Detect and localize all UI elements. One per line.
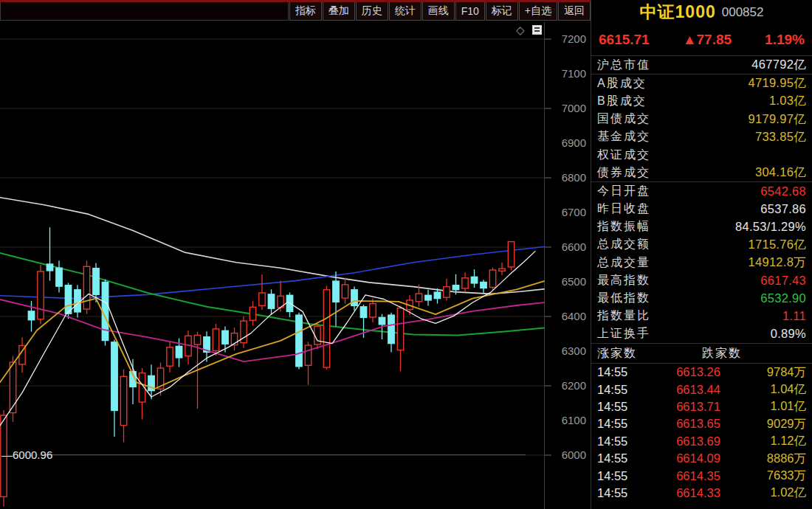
stat-row: 上证换手0.89%: [591, 325, 812, 344]
toolbar-button-历史[interactable]: 历史: [356, 2, 388, 21]
tick-time: 14:55: [597, 365, 643, 379]
stat-row: 指数量比1.11: [591, 308, 812, 325]
tick-price: 6614.09: [643, 451, 754, 465]
stat-label: B股成交: [597, 94, 647, 109]
stat-row: 指数振幅84.53/1.29%: [591, 218, 812, 236]
stat-value: 6537.86: [760, 202, 806, 216]
stat-label: 权证成交: [597, 148, 650, 163]
candle-down: [75, 290, 80, 312]
candle-down: [453, 285, 458, 290]
candle-down: [425, 295, 431, 300]
diamond-icon[interactable]: ◇: [516, 24, 525, 35]
stat-value: 6532.90: [760, 291, 806, 305]
stat-label: 总成交额: [597, 237, 650, 252]
stat-value: 304.16亿: [755, 165, 806, 181]
stat-row: 基金成交733.85亿: [591, 128, 812, 146]
tick-price: 6613.71: [643, 400, 754, 414]
reference-line-label: —6000.96: [1, 449, 52, 461]
candle-down: [296, 315, 302, 367]
y-axis-label: 6400: [562, 310, 586, 322]
tick-row[interactable]: 14:556613.659029万: [591, 415, 812, 432]
toolbar-button-返回[interactable]: 返回: [558, 2, 591, 21]
tick-row[interactable]: 14:556614.331.02亿: [591, 485, 812, 502]
stat-value: 14912.8万: [748, 254, 806, 271]
stat-row: 债券成交304.16亿: [591, 164, 812, 182]
candle-down: [351, 290, 357, 306]
stat-row: 总成交额1715.76亿: [591, 236, 812, 254]
y-axis-label: 6600: [562, 240, 586, 253]
tick-time: 14:55: [597, 451, 643, 465]
y-axis-label: 6000: [562, 449, 586, 461]
y-axis-label: 6800: [562, 171, 586, 184]
candle-up: [194, 335, 200, 344]
tick-vol: 1.01亿: [754, 398, 806, 415]
tick-time: 14:55: [597, 434, 643, 449]
candle-up: [10, 362, 16, 413]
tick-time: 14:55: [597, 400, 643, 414]
stat-label: 债券成交: [597, 165, 650, 181]
stats-list: 沪总市值467792亿A股成交4719.95亿B股成交1.03亿国债成交9179…: [591, 56, 812, 344]
tick-vol: 8886万: [754, 451, 806, 467]
toolbar-button-指标[interactable]: 指标: [289, 2, 322, 21]
tick-row[interactable]: 14:556614.357633万: [591, 467, 812, 484]
tick-row[interactable]: 14:556613.711.01亿: [591, 398, 812, 415]
stat-row: 权证成交: [591, 146, 812, 164]
candle-down: [379, 317, 385, 324]
tick-row[interactable]: 14:556613.691.12亿: [591, 433, 812, 450]
tick-row[interactable]: 14:556613.441.04亿: [591, 381, 812, 398]
kline-chart[interactable]: 7200710070006900680067006600650064006300…: [0, 22, 591, 509]
stat-value: 733.85亿: [755, 129, 806, 145]
candle-down: [47, 264, 52, 271]
stat-value: 1.11: [782, 309, 806, 323]
tick-row[interactable]: 14:556613.269784万: [591, 364, 812, 381]
instrument-code: 000852: [722, 5, 764, 20]
tick-price: 6614.33: [643, 486, 754, 500]
candle-up: [489, 270, 495, 288]
tick-price: 6613.26: [643, 365, 754, 379]
candle-down: [481, 283, 486, 288]
stat-value: 9179.97亿: [748, 111, 806, 128]
candle-down: [28, 311, 34, 320]
candle-up: [314, 326, 320, 344]
candle-up: [305, 345, 311, 365]
toolbar-button-+自选[interactable]: +自选: [519, 2, 557, 21]
note-icon[interactable]: [532, 25, 542, 35]
advancers-label: 涨家数: [597, 346, 702, 361]
stat-value: 6617.43: [760, 274, 806, 288]
candle-down: [56, 268, 62, 286]
stat-label: 沪总市值: [597, 58, 650, 73]
candle-up: [120, 376, 126, 425]
tick-time: 14:55: [597, 417, 643, 431]
instrument-name: 中证1000: [640, 1, 716, 24]
ma-white-short-line: [0, 252, 535, 426]
candle-up: [167, 347, 173, 366]
stat-row: 最低指数6532.90: [591, 289, 812, 307]
y-axis-label: 6100: [562, 414, 586, 426]
stat-label: 今日开盘: [597, 184, 650, 199]
toolbar-button-统计[interactable]: 统计: [389, 2, 422, 21]
decliners-label: 跌家数: [702, 346, 742, 361]
stat-row: 国债成交9179.97亿: [591, 111, 812, 128]
tick-vol: 7633万: [754, 468, 806, 484]
candle-down: [93, 269, 99, 295]
stat-label: 最低指数: [597, 291, 650, 306]
updown-header: 涨家数 跌家数: [591, 344, 812, 364]
toolbar-button-标记[interactable]: 标记: [486, 2, 518, 21]
candle-down: [111, 342, 117, 411]
toolbar-button-叠加[interactable]: 叠加: [323, 2, 355, 21]
stat-row: 今日开盘6542.68: [591, 182, 812, 200]
tick-time: 14:55: [597, 469, 643, 483]
toolbar-left-box[interactable]: [0, 2, 289, 21]
candle-up: [250, 307, 255, 320]
stat-label: A股成交: [597, 76, 647, 91]
tick-vol: 1.12亿: [754, 433, 806, 449]
toolbar-button-F10[interactable]: F10: [455, 2, 485, 21]
stat-row: 昨日收盘6537.86: [591, 201, 812, 218]
candle-up: [444, 287, 450, 298]
y-axis-label: 6700: [562, 206, 586, 218]
toolbar-button-画线[interactable]: 画线: [422, 2, 455, 21]
y-axis-label: 6300: [562, 344, 586, 357]
candle-up: [508, 242, 514, 267]
stat-value: 4719.95亿: [748, 75, 806, 91]
tick-row[interactable]: 14:556614.098886万: [591, 450, 812, 467]
